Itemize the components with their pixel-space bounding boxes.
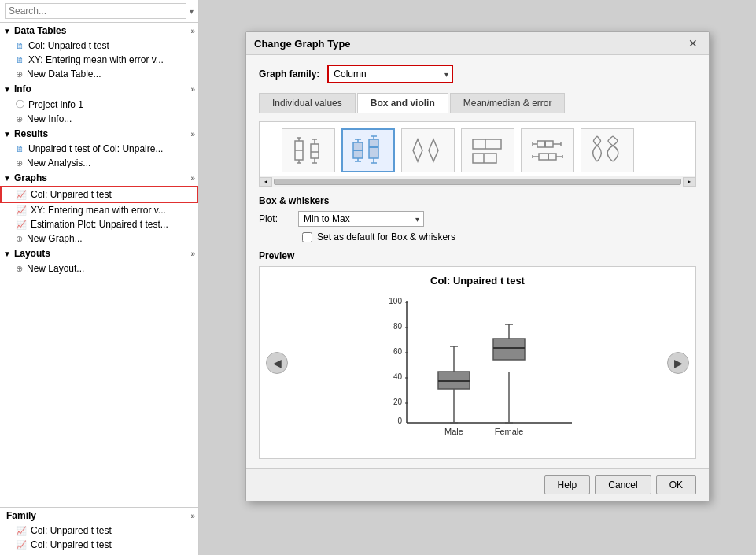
sidebar-item-project-info[interactable]: ⓘ Project info 1 <box>0 97 198 112</box>
graphs-more-btn[interactable]: » <box>190 174 195 183</box>
table-icon: 🗎 <box>16 55 24 65</box>
preview-next-button[interactable]: ▶ <box>667 352 689 374</box>
svg-marker-25 <box>429 139 438 161</box>
sidebar-item-new-graph[interactable]: ⊕ New Graph... <box>0 231 198 246</box>
family-more-btn[interactable]: » <box>190 512 195 520</box>
main-area: Change Graph Type ✕ Graph family: Column… <box>199 0 756 555</box>
dialog-body: Graph family: Column XY Grouped Parts of… <box>246 55 709 468</box>
plus-icon: ⊕ <box>16 114 23 124</box>
help-button[interactable]: Help <box>544 475 591 494</box>
section-layouts-label: Layouts <box>14 248 50 259</box>
section-family-label: Family <box>6 510 36 521</box>
layouts-more-btn[interactable]: » <box>190 250 195 258</box>
section-layouts[interactable]: ▼ Layouts » <box>0 246 198 261</box>
preview-section: Preview ◀ Col: Unpaired t test 100 <box>259 250 696 459</box>
sidebar-item-unpaired-t-test[interactable]: 🗎 Unpaired t test of Col: Unpaire... <box>0 142 198 156</box>
svg-text:Female: Female <box>495 427 524 436</box>
chevron-down-icon: ▼ <box>3 85 11 94</box>
svg-marker-24 <box>413 139 422 161</box>
graph-icon-4[interactable] <box>461 128 514 172</box>
graph-family-select[interactable]: Column XY Grouped Parts of whole Multipl… <box>327 65 453 83</box>
table-icon: 🗎 <box>16 41 24 50</box>
dialog-close-button[interactable]: ✕ <box>685 37 701 50</box>
graph-icon-3[interactable] <box>401 128 455 172</box>
scroll-left-button[interactable]: ◂ <box>260 177 272 187</box>
data-tables-more-btn[interactable]: » <box>190 27 195 35</box>
tab-individual-values[interactable]: Individual values <box>259 93 356 113</box>
graph-icon-1[interactable] <box>282 128 335 172</box>
preview-svg-chart: 100 80 60 40 20 0 <box>367 293 588 450</box>
sidebar-item-family-col-2-label: Col: Unpaired t test <box>31 539 112 550</box>
section-results[interactable]: ▼ Results » <box>0 126 198 142</box>
sidebar-item-family-col-1[interactable]: 📈 Col: Unpaired t test <box>0 524 198 538</box>
plus-icon: ⊕ <box>16 158 23 168</box>
sidebar-item-xy-entering-graph[interactable]: 📈 XY: Entering mean with error v... <box>0 203 198 217</box>
chevron-down-icon: ▼ <box>3 27 11 35</box>
search-bar[interactable]: ▾ <box>0 0 198 23</box>
section-info-label: Info <box>14 83 31 94</box>
sidebar-item-family-col-2[interactable]: 📈 Col: Unpaired t test <box>0 538 198 552</box>
sidebar-item-unpaired-t-test-label: Unpaired t test of Col: Unpaire... <box>28 143 163 154</box>
sidebar-item-col-unpaired-label: Col: Unpaired t test <box>28 40 109 51</box>
sidebar-item-new-layout[interactable]: ⊕ New Layout... <box>0 261 198 276</box>
graph-family-row: Graph family: Column XY Grouped Parts of… <box>259 65 696 83</box>
graph-icon-2[interactable] <box>341 128 395 172</box>
sidebar-item-estimation-plot[interactable]: 📈 Estimation Plot: Unpaired t test... <box>0 217 198 231</box>
graph-icon: 📈 <box>16 220 27 230</box>
scroll-right-button[interactable]: ▸ <box>683 177 695 187</box>
graph-icon-5-svg <box>528 133 567 168</box>
scroll-thumb[interactable] <box>274 179 681 185</box>
preview-area: ◀ Col: Unpaired t test 100 80 <box>259 266 696 459</box>
graph-icon-4-svg <box>468 133 507 168</box>
default-checkbox[interactable] <box>302 232 312 242</box>
plus-icon: ⊕ <box>16 264 23 274</box>
tab-mean-median-error[interactable]: Mean/median & error <box>450 93 566 113</box>
info-icon: ⓘ <box>16 98 24 110</box>
graph-icon: 📈 <box>16 526 27 536</box>
graph-icon-1-svg <box>289 133 328 168</box>
sidebar-item-family-col-1-label: Col: Unpaired t test <box>31 525 112 536</box>
ok-button[interactable]: OK <box>656 475 696 494</box>
section-data-tables-label: Data Tables <box>14 25 66 36</box>
sidebar-item-new-data-table-label: New Data Table... <box>27 68 101 80</box>
sidebar-item-new-analysis-label: New Analysis... <box>27 157 90 168</box>
search-dropdown-icon[interactable]: ▾ <box>190 7 194 16</box>
bw-plot-select[interactable]: Min to Max 10th to 90th percentile 25th … <box>298 211 424 227</box>
horizontal-scrollbar[interactable]: ◂ ▸ <box>260 176 695 187</box>
section-family[interactable]: Family » <box>0 508 198 524</box>
sidebar-item-new-analysis[interactable]: ⊕ New Analysis... <box>0 156 198 170</box>
graph-icon-5[interactable] <box>521 128 574 172</box>
section-graphs[interactable]: ▼ Graphs » <box>0 170 198 186</box>
graph-icons-container <box>260 128 695 172</box>
bw-plot-select-wrapper: Min to Max 10th to 90th percentile 25th … <box>298 211 424 227</box>
preview-title: Preview <box>259 250 696 261</box>
info-more-btn[interactable]: » <box>190 85 195 94</box>
sidebar-item-col-unpaired-graph-label: Col: Unpaired t test <box>31 189 112 200</box>
sidebar-item-xy-entering[interactable]: 🗎 XY: Entering mean with error v... <box>0 53 198 67</box>
sidebar-item-new-info[interactable]: ⊕ New Info... <box>0 112 198 126</box>
sidebar-item-xy-entering-label: XY: Entering mean with error v... <box>28 54 164 65</box>
section-info[interactable]: ▼ Info » <box>0 81 198 97</box>
results-icon: 🗎 <box>16 144 24 154</box>
search-input[interactable] <box>5 3 186 19</box>
section-data-tables[interactable]: ▼ Data Tables » <box>0 23 198 39</box>
svg-rect-26 <box>473 139 501 149</box>
bw-title: Box & whiskers <box>259 195 696 206</box>
svg-text:20: 20 <box>393 398 403 406</box>
svg-text:100: 100 <box>389 297 402 305</box>
svg-rect-64 <box>493 339 525 360</box>
tab-bar: Individual values Box and violin Mean/me… <box>259 93 696 113</box>
chart-title: Col: Unpaired t test <box>430 275 525 287</box>
tab-box-violin[interactable]: Box and violin <box>357 93 448 113</box>
preview-prev-button[interactable]: ◀ <box>266 352 288 374</box>
family-section: Family » 📈 Col: Unpaired t test 📈 Col: U… <box>0 507 198 555</box>
results-more-btn[interactable]: » <box>190 130 195 139</box>
plus-icon: ⊕ <box>16 69 23 80</box>
sidebar-item-col-unpaired[interactable]: 🗎 Col: Unpaired t test <box>0 39 198 53</box>
cancel-button[interactable]: Cancel <box>595 475 651 494</box>
change-graph-type-dialog: Change Graph Type ✕ Graph family: Column… <box>245 31 710 501</box>
svg-rect-6 <box>311 144 319 158</box>
graph-icon-6[interactable] <box>581 128 634 172</box>
sidebar-item-new-data-table[interactable]: ⊕ New Data Table... <box>0 67 198 81</box>
sidebar-item-col-unpaired-graph[interactable]: 📈 Col: Unpaired t test <box>0 186 198 203</box>
